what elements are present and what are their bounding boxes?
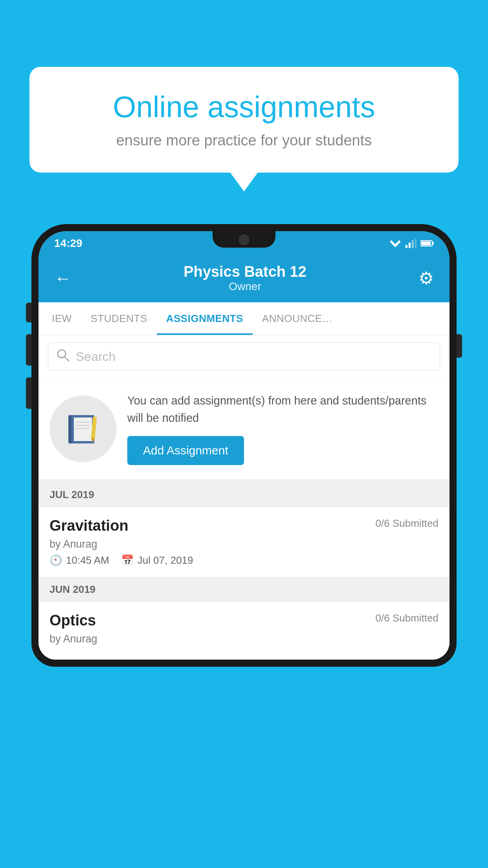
- tab-assignments[interactable]: ASSIGNMENTS: [157, 302, 253, 335]
- side-button-volume-up: [26, 303, 31, 322]
- svg-rect-2: [409, 243, 411, 248]
- meta-time: 🕙 10:45 AM: [50, 554, 109, 566]
- speech-bubble: Online assignments ensure more practice …: [29, 67, 459, 173]
- phone-screen: 14:29: [39, 231, 449, 660]
- meta-date: 📅 Jul 07, 2019: [121, 554, 193, 566]
- search-icon: [56, 348, 70, 365]
- assignment-meta-gravitation: 🕙 10:45 AM 📅 Jul 07, 2019: [50, 554, 438, 566]
- side-button-right: [457, 334, 462, 358]
- section-header-jun: JUN 2019: [39, 577, 449, 602]
- signal-icon: [405, 239, 416, 248]
- calendar-icon: 📅: [121, 554, 134, 566]
- assignment-item-gravitation[interactable]: Gravitation 0/6 Submitted by Anurag 🕙 10…: [39, 507, 449, 577]
- assignment-by-optics: by Anurag: [50, 633, 438, 645]
- section-header-jul: JUL 2019: [39, 482, 449, 507]
- front-camera: [238, 234, 250, 245]
- promo-icon-circle: [50, 395, 116, 462]
- wifi-icon: [389, 239, 402, 248]
- svg-rect-6: [432, 242, 434, 245]
- assignment-top-optics: Optics 0/6 Submitted: [50, 612, 438, 629]
- app-header: ← Physics Batch 12 Owner ⚙: [39, 256, 449, 302]
- svg-line-9: [65, 357, 69, 361]
- add-assignment-promo: You can add assignment(s) from here and …: [39, 378, 449, 482]
- assignment-item-optics[interactable]: Optics 0/6 Submitted by Anurag: [39, 602, 449, 660]
- clock-icon: 🕙: [50, 554, 62, 566]
- search-placeholder: Search: [76, 349, 116, 364]
- notebook-icon: [65, 411, 101, 447]
- search-bar: Search: [39, 335, 449, 378]
- battery-icon: [420, 239, 434, 247]
- tab-iew[interactable]: IEW: [42, 302, 81, 335]
- speech-bubble-container: Online assignments ensure more practice …: [29, 67, 459, 173]
- svg-rect-3: [412, 240, 414, 248]
- side-button-power: [26, 377, 31, 409]
- svg-marker-0: [390, 240, 401, 247]
- svg-rect-7: [421, 241, 431, 245]
- assignment-submitted-optics: 0/6 Submitted: [376, 612, 438, 624]
- svg-rect-1: [405, 245, 407, 248]
- assignment-name-gravitation: Gravitation: [50, 517, 128, 534]
- side-button-volume-down: [26, 334, 31, 366]
- tab-bar: IEW STUDENTS ASSIGNMENTS ANNOUNCE…: [39, 302, 449, 335]
- promo-text: You can add assignment(s) from here and …: [127, 392, 438, 427]
- tab-students[interactable]: STUDENTS: [81, 302, 157, 335]
- svg-rect-12: [74, 417, 92, 441]
- svg-rect-4: [415, 239, 416, 248]
- bubble-subtitle: ensure more practice for your students: [57, 132, 431, 149]
- settings-icon[interactable]: ⚙: [418, 268, 434, 288]
- assignment-submitted-gravitation: 0/6 Submitted: [376, 517, 438, 530]
- assignment-by-gravitation: by Anurag: [50, 538, 438, 550]
- search-input-wrapper[interactable]: Search: [48, 342, 440, 371]
- phone-frame: 14:29: [31, 224, 457, 868]
- header-subtitle: Owner: [72, 280, 418, 293]
- header-title: Physics Batch 12: [72, 263, 418, 280]
- tab-announcements[interactable]: ANNOUNCE…: [253, 302, 342, 335]
- assignment-top: Gravitation 0/6 Submitted: [50, 517, 438, 534]
- add-assignment-button[interactable]: Add Assignment: [127, 436, 244, 465]
- assignment-date-gravitation: Jul 07, 2019: [138, 554, 193, 566]
- bubble-title: Online assignments: [57, 90, 431, 123]
- assignment-name-optics: Optics: [50, 612, 96, 629]
- back-button[interactable]: ←: [54, 268, 72, 288]
- header-center: Physics Batch 12 Owner: [72, 263, 418, 293]
- status-time: 14:29: [54, 237, 83, 250]
- phone-notch: [213, 231, 275, 248]
- assignment-time-gravitation: 10:45 AM: [66, 554, 109, 566]
- section-month-jul: JUL 2019: [50, 489, 94, 500]
- status-icons: [389, 239, 434, 248]
- promo-content: You can add assignment(s) from here and …: [127, 392, 438, 465]
- phone-outer: 14:29: [31, 224, 457, 667]
- section-month-jun: JUN 2019: [50, 583, 95, 595]
